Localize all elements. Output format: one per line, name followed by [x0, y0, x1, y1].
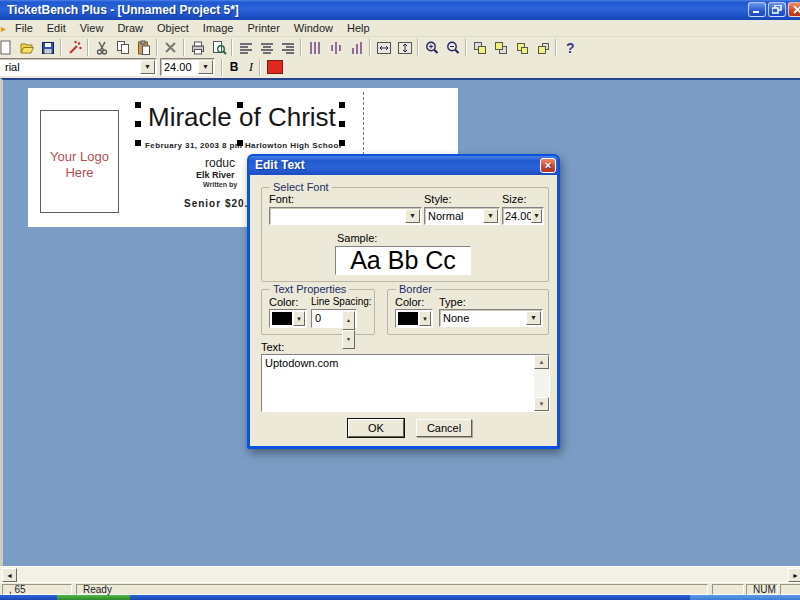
menu-window[interactable]: Window: [287, 22, 340, 34]
status-panel: [780, 584, 800, 595]
selection-handle[interactable]: [135, 102, 141, 108]
border-color-chip: [398, 312, 418, 325]
chevron-down-icon[interactable]: ▼: [526, 311, 541, 325]
font-combo[interactable]: ▼: [269, 207, 422, 225]
menu-file[interactable]: File: [8, 22, 40, 34]
line-spacing-spinner[interactable]: 0 ▲ ▼: [311, 309, 357, 328]
dialog-title-bar[interactable]: Edit Text ×: [249, 156, 558, 175]
zoom-in-icon[interactable]: [421, 38, 442, 57]
order-forward-icon[interactable]: [511, 38, 532, 57]
border-type-combo[interactable]: None ▼: [439, 309, 543, 327]
text-color-dropdown[interactable]: ▼: [269, 309, 307, 328]
ticket-price-text[interactable]: Senior $20.0: [184, 198, 255, 209]
close-icon: [793, 5, 800, 14]
select-font-legend: Select Font: [270, 181, 332, 193]
ok-button[interactable]: OK: [348, 419, 404, 437]
menu-bar: ▸ File Edit View Draw Object Image Print…: [0, 20, 800, 37]
distribute-1-icon[interactable]: [304, 38, 325, 57]
ticket-company-text[interactable]: Elk River: [196, 170, 235, 180]
paste-icon[interactable]: [133, 38, 154, 57]
design-canvas[interactable]: Your Logo Here Miracle of Christ Februar…: [0, 78, 800, 566]
chevron-down-icon[interactable]: ▼: [405, 209, 420, 223]
toolbar-separator: [259, 59, 261, 76]
menu-draw[interactable]: Draw: [110, 22, 150, 34]
save-icon[interactable]: [37, 38, 58, 57]
chevron-down-icon[interactable]: ▼: [419, 311, 431, 326]
close-button[interactable]: [788, 2, 800, 17]
chevron-down-icon[interactable]: ▼: [483, 209, 498, 223]
scroll-down-icon[interactable]: ▼: [534, 397, 549, 411]
open-icon[interactable]: [16, 38, 37, 57]
selection-handle[interactable]: [339, 140, 345, 146]
selection-handle[interactable]: [135, 121, 141, 127]
distribute-3-icon[interactable]: [346, 38, 367, 57]
scroll-right-icon[interactable]: ►: [788, 568, 800, 582]
new-icon[interactable]: [0, 38, 16, 57]
restore-button[interactable]: [768, 2, 786, 17]
font-sample-box: Aa Bb Cc: [335, 246, 471, 275]
chevron-down-icon[interactable]: ▼: [140, 60, 155, 74]
bold-button[interactable]: B: [226, 59, 242, 75]
chevron-down-icon[interactable]: ▼: [531, 209, 542, 223]
cut-icon[interactable]: [91, 38, 112, 57]
text-color-swatch[interactable]: [267, 60, 283, 74]
align-right-icon[interactable]: [277, 38, 298, 57]
menu-help[interactable]: Help: [340, 22, 377, 34]
menu-edit[interactable]: Edit: [40, 22, 73, 34]
order-backward-icon[interactable]: [532, 38, 553, 57]
help-icon[interactable]: ?: [559, 38, 580, 57]
fit-height-icon[interactable]: [394, 38, 415, 57]
text-scrollbar[interactable]: ▲ ▼: [534, 355, 549, 411]
style-combo[interactable]: Normal ▼: [424, 207, 500, 225]
menu-printer[interactable]: Printer: [240, 22, 286, 34]
size-combo[interactable]: 24.00 ▼: [502, 207, 544, 225]
dialog-close-button[interactable]: ×: [540, 158, 556, 173]
ticket-writtenby-text[interactable]: Written by: [203, 181, 237, 188]
print-preview-icon[interactable]: [208, 38, 229, 57]
menu-view[interactable]: View: [73, 22, 111, 34]
order-front-icon[interactable]: [469, 38, 490, 57]
line-spacing-label: Line Spacing:: [311, 296, 372, 307]
text-input[interactable]: Uptodown.com: [261, 354, 550, 412]
scroll-up-icon[interactable]: ▲: [534, 355, 549, 369]
align-center-icon[interactable]: [256, 38, 277, 57]
selection-handle[interactable]: [339, 102, 345, 108]
italic-button[interactable]: I: [243, 59, 259, 75]
delete-icon[interactable]: [160, 38, 181, 57]
size-combo-value: 24.00: [505, 210, 533, 222]
cursor-coordinates: , 65: [2, 584, 72, 595]
text-color-label: Color:: [269, 296, 298, 308]
cancel-button[interactable]: Cancel: [416, 419, 472, 437]
copy-icon[interactable]: [112, 38, 133, 57]
logo-placeholder[interactable]: Your Logo Here: [40, 110, 119, 213]
print-icon[interactable]: [187, 38, 208, 57]
border-color-dropdown[interactable]: ▼: [395, 309, 433, 328]
selection-handle[interactable]: [339, 121, 345, 127]
selection-handle[interactable]: [237, 140, 243, 146]
title-bar[interactable]: TicketBench Plus - [Unnamed Project 5*]: [0, 0, 800, 20]
selection-handle[interactable]: [135, 140, 141, 146]
format-toolbar: rial ▼ 24.00 ▼ B I: [0, 57, 800, 78]
spin-up-icon[interactable]: ▲: [342, 311, 355, 330]
distribute-2-icon[interactable]: [325, 38, 346, 57]
chevron-down-icon[interactable]: ▼: [198, 60, 213, 74]
horizontal-scrollbar[interactable]: ◄ ►: [0, 566, 800, 582]
scroll-left-icon[interactable]: ◄: [2, 568, 17, 582]
border-type-label: Type:: [439, 296, 466, 308]
selection-handle[interactable]: [237, 102, 243, 108]
order-back-icon[interactable]: [490, 38, 511, 57]
menu-object[interactable]: Object: [150, 22, 196, 34]
fit-width-icon[interactable]: [373, 38, 394, 57]
minimize-button[interactable]: [748, 2, 766, 17]
num-lock-indicator: NUM: [746, 584, 778, 595]
ticket-production-text[interactable]: roduc: [205, 156, 235, 170]
font-size-combo[interactable]: 24.00 ▼: [160, 58, 215, 76]
spin-down-icon[interactable]: ▼: [342, 330, 355, 349]
align-left-icon[interactable]: [235, 38, 256, 57]
zoom-out-icon[interactable]: [442, 38, 463, 57]
wand-tool-icon[interactable]: [64, 38, 85, 57]
menu-image[interactable]: Image: [196, 22, 241, 34]
chevron-down-icon[interactable]: ▼: [293, 311, 305, 326]
ticket-date-text[interactable]: February 31, 2003 8 pm Harlowton High Sc…: [145, 141, 341, 150]
font-name-combo[interactable]: rial ▼: [0, 58, 157, 76]
